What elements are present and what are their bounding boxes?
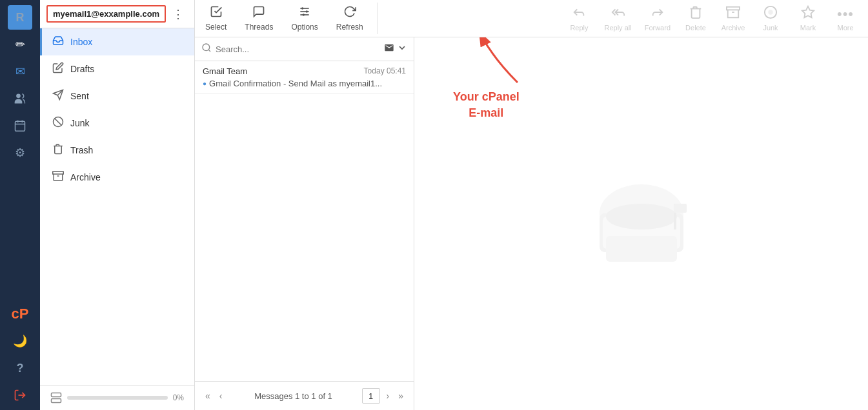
- avatar[interactable]: R: [8, 5, 32, 30]
- email-item[interactable]: Gmail Team Today 05:41 ● Gmail Confirmat…: [195, 61, 414, 94]
- first-page-button[interactable]: «: [203, 389, 213, 402]
- svg-marker-25: [802, 6, 814, 17]
- svg-rect-34: [674, 204, 687, 213]
- pagination-bar: « ‹ Messages 1 to 1 of 1 1 › »: [195, 381, 414, 410]
- svg-rect-12: [52, 393, 61, 397]
- reply-icon: [572, 5, 586, 23]
- email-time: Today 05:41: [364, 66, 406, 76]
- mailbox-svg: [583, 165, 700, 281]
- options-button[interactable]: Options: [287, 3, 321, 34]
- more-icon: •••: [837, 6, 854, 23]
- svg-point-31: [606, 204, 677, 229]
- svg-point-21: [303, 14, 305, 15]
- email-item-header: Gmail Team Today 05:41: [203, 66, 406, 76]
- options-icon: [298, 5, 311, 21]
- svg-point-0: [16, 94, 21, 99]
- svg-point-24: [768, 10, 772, 14]
- svg-rect-1: [15, 121, 25, 131]
- more-label: More: [837, 24, 853, 32]
- empty-state-illustration: [583, 165, 700, 283]
- select-icon: [210, 5, 223, 21]
- nav-cpanel-icon[interactable]: cP: [8, 302, 32, 326]
- junk-button[interactable]: Junk: [754, 3, 787, 34]
- folder-inbox[interactable]: Inbox: [40, 28, 194, 55]
- current-page-number: 1: [368, 391, 373, 401]
- folder-archive-label: Archive: [70, 172, 101, 182]
- dropdown-filter-icon[interactable]: [397, 43, 407, 55]
- folder-drafts-label: Drafts: [70, 64, 94, 74]
- nav-calendar-icon[interactable]: [8, 113, 32, 138]
- folder-sent-label: Sent: [70, 91, 89, 101]
- nav-mail-icon[interactable]: ✉: [8, 59, 32, 84]
- refresh-icon: [343, 5, 356, 21]
- folder-panel: myemail1@exxamplle.com ⋮ Inbox Drafts Se…: [40, 0, 195, 410]
- refresh-button[interactable]: Refresh: [332, 3, 367, 34]
- nav-settings-icon[interactable]: ⚙: [8, 141, 32, 165]
- nav-help-icon[interactable]: ?: [8, 356, 32, 380]
- email-sender: Gmail Team: [203, 66, 247, 76]
- search-icon: [201, 43, 212, 55]
- reply-all-button[interactable]: Reply all: [600, 3, 635, 34]
- nav-compose-icon[interactable]: ✏: [8, 32, 32, 57]
- storage-percent: 0%: [173, 393, 184, 402]
- annotation-line2: E-mail: [453, 105, 520, 121]
- email-list: Gmail Team Today 05:41 ● Gmail Confirmat…: [195, 61, 414, 381]
- account-menu-button[interactable]: ⋮: [168, 6, 188, 23]
- nav-power-icon[interactable]: [8, 383, 32, 407]
- delete-button[interactable]: Delete: [680, 3, 712, 34]
- mark-icon: [801, 5, 815, 23]
- search-bar: [195, 37, 414, 61]
- svg-rect-10: [53, 171, 64, 174]
- next-page-button[interactable]: ›: [384, 389, 392, 402]
- forward-button[interactable]: Forward: [641, 3, 674, 34]
- envelope-filter-icon[interactable]: [384, 43, 394, 55]
- search-filter-buttons: [384, 43, 407, 55]
- folder-drafts[interactable]: Drafts: [40, 55, 194, 83]
- svg-point-26: [203, 44, 210, 51]
- mark-label: Mark: [800, 24, 816, 32]
- mark-button[interactable]: Mark: [792, 3, 824, 34]
- reply-button[interactable]: Reply: [563, 3, 595, 34]
- svg-rect-32: [606, 236, 677, 262]
- folder-trash[interactable]: Trash: [40, 137, 194, 164]
- annotation-line1: Your cPanel: [453, 89, 520, 105]
- email-subject-row: ● Gmail Confirmation - Send Mail as myem…: [203, 79, 406, 88]
- delete-icon: [689, 5, 703, 23]
- trash-icon: [52, 143, 64, 157]
- archive-action-icon: [726, 5, 740, 23]
- search-input[interactable]: [216, 44, 384, 54]
- forward-label: Forward: [645, 24, 671, 32]
- account-email: myemail1@exxamplle.com: [46, 5, 166, 23]
- inbox-icon: [52, 35, 64, 49]
- archive-icon: [52, 170, 64, 184]
- svg-point-19: [301, 7, 303, 9]
- current-page-box: 1: [362, 388, 380, 404]
- storage-icon: [50, 392, 62, 404]
- storage-bar-container: 0%: [40, 385, 194, 410]
- folder-header: myemail1@exxamplle.com ⋮: [40, 0, 194, 28]
- archive-action-label: Archive: [722, 24, 745, 32]
- delete-label: Delete: [685, 24, 706, 32]
- last-page-button[interactable]: »: [396, 389, 406, 402]
- options-label: Options: [291, 23, 318, 32]
- toolbar-left-group: Select Threads Options Refresh: [201, 3, 378, 34]
- junk-label: Junk: [763, 24, 778, 32]
- folder-archive[interactable]: Archive: [40, 164, 194, 191]
- folder-inbox-label: Inbox: [70, 37, 92, 47]
- svg-line-27: [208, 50, 210, 52]
- svg-line-9: [55, 119, 62, 126]
- preview-area: Your cPanel E-mail: [414, 37, 868, 410]
- threads-button[interactable]: Threads: [241, 3, 277, 34]
- refresh-label: Refresh: [336, 23, 363, 32]
- archive-action-button[interactable]: Archive: [717, 3, 749, 34]
- prev-page-button[interactable]: ‹: [217, 389, 225, 402]
- annotation-text: Your cPanel E-mail: [453, 89, 520, 121]
- reply-all-icon: [611, 5, 625, 23]
- folder-junk[interactable]: Junk: [40, 110, 194, 137]
- nav-moon-icon[interactable]: 🌙: [8, 329, 32, 353]
- folder-sent[interactable]: Sent: [40, 83, 194, 110]
- select-button[interactable]: Select: [201, 3, 230, 34]
- sent-icon: [52, 89, 64, 103]
- more-button[interactable]: ••• More: [829, 3, 862, 34]
- nav-contacts-icon[interactable]: [8, 86, 32, 111]
